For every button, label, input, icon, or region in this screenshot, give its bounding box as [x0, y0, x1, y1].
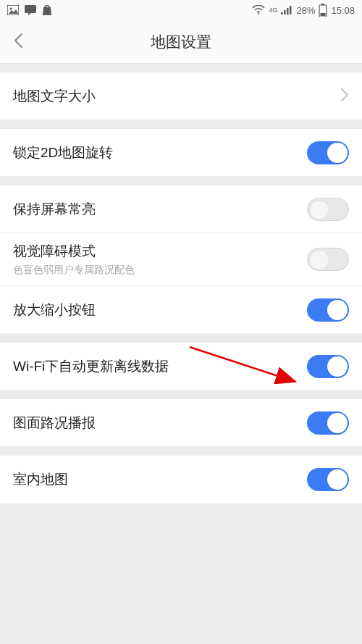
svg-rect-10 — [321, 13, 326, 16]
back-button[interactable] — [13, 33, 23, 51]
row-label: 室内地图 — [13, 470, 68, 489]
row-text: 保持屏幕常亮 — [13, 200, 96, 219]
toggle-knob — [309, 250, 329, 270]
svg-rect-2 — [25, 5, 36, 13]
settings-row: 保持屏幕常亮 — [0, 185, 362, 233]
group-gap — [0, 447, 362, 456]
toggle-switch[interactable] — [307, 198, 349, 221]
row-label: 锁定2D地图旋转 — [13, 143, 113, 162]
toggle-switch[interactable] — [307, 248, 349, 271]
row-text: 地图文字大小 — [13, 87, 96, 106]
battery-percent: 28% — [296, 5, 315, 16]
toggle-knob — [327, 143, 348, 163]
row-label: Wi-Fi下自动更新离线数据 — [13, 357, 169, 376]
settings-row[interactable]: 地图文字大小 — [0, 72, 362, 120]
bag-icon — [42, 4, 52, 16]
time: 15:08 — [331, 5, 355, 16]
group-gap — [0, 390, 362, 399]
toggle-knob — [327, 300, 348, 320]
group-gap — [0, 177, 362, 185]
chat-icon — [25, 5, 36, 15]
svg-rect-7 — [290, 6, 292, 14]
status-bar: 4G 28% 15:08 — [0, 0, 362, 20]
row-sublabel: 色盲色弱用户专属路况配色 — [13, 264, 135, 277]
status-right: 4G 28% 15:08 — [252, 4, 355, 17]
row-text: 图面路况播报 — [13, 414, 96, 432]
row-label: 视觉障碍模式 — [13, 242, 135, 261]
toggle-switch[interactable] — [307, 298, 349, 322]
toggle-knob — [327, 469, 348, 490]
toggle-knob — [327, 413, 348, 433]
signal-icon — [281, 6, 292, 14]
chevron-right-icon — [340, 88, 349, 105]
settings-row: 放大缩小按钮 — [0, 286, 362, 334]
image-icon — [7, 5, 19, 15]
settings-row: 锁定2D地图旋转 — [0, 129, 362, 177]
settings-row: 室内地图 — [0, 456, 362, 503]
group-gap — [0, 334, 362, 343]
toggle-switch[interactable] — [307, 355, 349, 378]
row-text: 放大缩小按钮 — [13, 301, 96, 319]
group-gap — [0, 120, 362, 129]
group-gap — [0, 64, 362, 72]
toggle-knob — [309, 200, 329, 220]
navbar: 地图设置 — [0, 20, 362, 64]
row-label: 地图文字大小 — [13, 87, 96, 106]
settings-list: 地图文字大小锁定2D地图旋转保持屏幕常亮视觉障碍模式色盲色弱用户专属路况配色放大… — [0, 64, 362, 503]
wifi-icon — [252, 5, 265, 15]
chevron-left-icon — [13, 33, 23, 49]
svg-point-3 — [258, 13, 259, 14]
row-text: 室内地图 — [13, 470, 68, 489]
network-label: 4G — [269, 7, 277, 14]
row-label: 图面路况播报 — [13, 414, 96, 432]
row-label: 保持屏幕常亮 — [13, 200, 96, 219]
row-label: 放大缩小按钮 — [13, 301, 96, 319]
toggle-switch[interactable] — [307, 411, 349, 435]
toggle-knob — [327, 356, 348, 377]
row-text: Wi-Fi下自动更新离线数据 — [13, 357, 169, 376]
page-title: 地图设置 — [0, 32, 362, 52]
settings-row: 图面路况播报 — [0, 399, 362, 447]
status-left — [7, 4, 52, 16]
row-text: 视觉障碍模式色盲色弱用户专属路况配色 — [13, 242, 135, 277]
row-text: 锁定2D地图旋转 — [13, 143, 113, 162]
toggle-switch[interactable] — [307, 141, 349, 164]
svg-rect-4 — [281, 12, 283, 14]
settings-row: Wi-Fi下自动更新离线数据 — [0, 343, 362, 390]
toggle-switch[interactable] — [307, 468, 349, 491]
svg-point-1 — [10, 8, 12, 10]
svg-rect-5 — [284, 10, 286, 14]
settings-row: 视觉障碍模式色盲色弱用户专属路况配色 — [0, 233, 362, 286]
battery-icon — [319, 4, 327, 17]
svg-rect-6 — [287, 8, 289, 14]
